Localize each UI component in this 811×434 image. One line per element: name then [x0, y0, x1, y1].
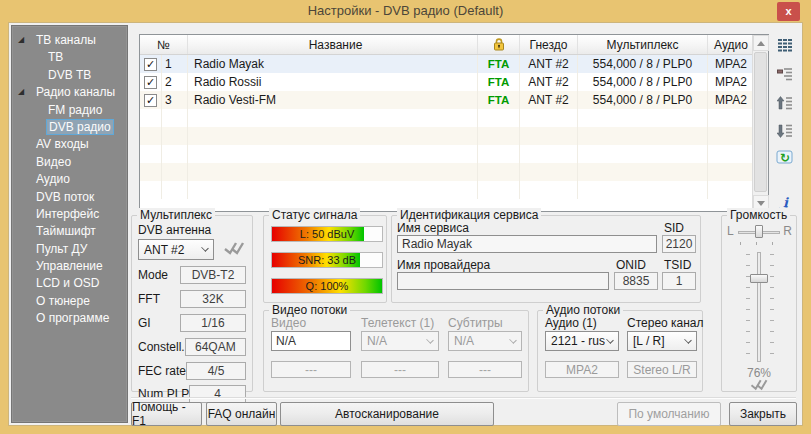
signal-level-bar: L: 50 dBuV: [271, 226, 383, 242]
tree-item-timeshift[interactable]: Таймшифт: [12, 223, 127, 240]
header-multiplex[interactable]: Мультиплекс: [578, 35, 708, 54]
autoscan-button[interactable]: Автосканирование: [280, 402, 494, 426]
channel-table-header: № Название Гнездо Мультиплекс Аудио: [140, 35, 768, 55]
move-up-icon[interactable]: [775, 94, 795, 112]
subtitles-info-field: ---: [448, 361, 522, 378]
channel-access: FTA: [478, 91, 520, 109]
scroll-up-icon[interactable]: [753, 35, 769, 51]
channel-multiplex: 554,000 / 8 / PLP0: [578, 73, 708, 91]
tree-item-interface[interactable]: Интерфейс: [12, 206, 127, 223]
table-scrollbar[interactable]: [752, 35, 768, 211]
footer-divider: [131, 397, 796, 399]
expand-arrow-icon[interactable]: ◢: [18, 88, 24, 96]
tree-item-dvb-stream[interactable]: DVB поток: [12, 189, 127, 206]
move-down-icon[interactable]: [775, 122, 795, 140]
expand-arrow-icon[interactable]: ◢: [18, 36, 24, 44]
dialog-title: Настройки - DVB радио (Default): [308, 3, 504, 18]
volume-ticks-right: [770, 254, 774, 360]
tree-item-about-program[interactable]: О программе: [12, 310, 127, 327]
channel-number: 1: [162, 55, 188, 73]
param-value: DVB-T2: [180, 266, 246, 284]
tree-item-control[interactable]: Управление: [12, 258, 127, 275]
audio-track-select[interactable]: 2121 - rus: [545, 331, 619, 351]
table-row-empty: [140, 181, 768, 199]
apply-antenna-button[interactable]: [222, 239, 246, 261]
channel-name: Radio Rossii: [188, 73, 478, 91]
teletext-select: N/A: [361, 331, 439, 351]
antenna-select[interactable]: ANT #2: [138, 239, 214, 260]
channel-audio: MPA2: [708, 55, 754, 73]
channel-checkbox[interactable]: [144, 94, 157, 107]
tree-item-av-inputs[interactable]: AV входы: [12, 136, 127, 153]
channel-row[interactable]: 2 Radio Rossii FTA ANT #2 554,000 / 8 / …: [140, 73, 768, 91]
header-num[interactable]: №: [140, 35, 188, 54]
param-value: 64QAM: [185, 338, 246, 356]
volume-slider[interactable]: [757, 252, 761, 362]
video-codec-field: ---: [271, 361, 351, 378]
settings-category-tree: ◢ТВ каналы ТВ DVB ТВ ◢Радио каналы FM ра…: [11, 25, 128, 423]
tree-item-fm-radio[interactable]: FM радио: [12, 102, 127, 119]
tree-item-tv-channels[interactable]: ◢ТВ каналы: [12, 32, 127, 49]
chevron-down-icon: [509, 336, 517, 344]
chevron-down-icon: [684, 336, 692, 344]
tree-item-about-tuner[interactable]: О тюнере: [12, 293, 127, 310]
header-encryption[interactable]: [478, 35, 520, 54]
apply-volume-button[interactable]: [748, 377, 770, 396]
double-check-icon: [748, 377, 770, 392]
video-streams-panel: Видео потоки Видео Телетекст (1) Субтитр…: [263, 310, 529, 392]
chevron-down-icon: [426, 336, 434, 344]
title-bar[interactable]: Настройки - DVB радио (Default): [0, 0, 811, 22]
stereo-mode-field: Stereo L/R: [627, 361, 697, 378]
signal-snr-bar: SNR: 33 dB: [271, 252, 383, 268]
deselect-list-icon[interactable]: [775, 65, 795, 83]
faq-button[interactable]: FAQ онлайн: [206, 402, 277, 426]
audio-streams-panel: Аудио потоки Аудио (1) Стерео канал 2121…: [537, 310, 703, 392]
param-label: FEC rate: [138, 364, 186, 378]
provider-field[interactable]: [397, 272, 609, 290]
channel-checkbox[interactable]: [144, 76, 157, 89]
signal-quality-label: Q: 100%: [272, 279, 382, 293]
channel-row[interactable]: 1 Radio Mayak FTA ANT #2 554,000 / 8 / P…: [140, 55, 768, 73]
service-name-field[interactable]: [397, 235, 657, 253]
header-slot[interactable]: Гнездо: [520, 35, 578, 54]
scrollbar-thumb[interactable]: [754, 52, 767, 192]
header-audio[interactable]: Аудио: [708, 35, 754, 54]
tree-item-video[interactable]: Видео: [12, 154, 127, 171]
channel-multiplex: 554,000 / 8 / PLP0: [578, 55, 708, 73]
help-button[interactable]: Помощь - F1: [131, 402, 202, 426]
channel-grid-icon[interactable]: [775, 36, 795, 54]
volume-slider-thumb[interactable]: [750, 274, 768, 283]
panel-title: Мультиплекс: [137, 208, 215, 222]
tree-item-audio[interactable]: Аудио: [12, 171, 127, 188]
close-button[interactable]: Закрыть: [729, 402, 797, 426]
header-name[interactable]: Название: [188, 35, 478, 54]
tree-item-tv[interactable]: ТВ: [12, 49, 127, 66]
channel-toolbar: ↻ i: [772, 34, 798, 212]
channel-row[interactable]: 3 Radio Vesti-FM FTA ANT #2 554,000 / 8 …: [140, 91, 768, 109]
tree-item-dvb-radio[interactable]: DVB радио: [12, 119, 127, 136]
param-label: GI: [138, 316, 151, 330]
stereo-channel-select[interactable]: [L / R]: [627, 331, 697, 351]
video-stream-field[interactable]: [271, 331, 351, 351]
chevron-down-icon: [201, 244, 209, 252]
channel-checkbox[interactable]: [144, 58, 157, 71]
tree-item-radio-channels[interactable]: ◢Радио каналы: [12, 84, 127, 101]
subtitles-label: Субтитры: [448, 316, 503, 330]
subtitles-select: N/A: [448, 331, 522, 351]
signal-quality-bar: Q: 100%: [271, 278, 383, 294]
panel-title: Статус сигнала: [269, 208, 360, 222]
audio-codec-field: MPA2: [545, 361, 619, 378]
tree-item-lcd-osd[interactable]: LCD и OSD: [12, 275, 127, 292]
close-window-button[interactable]: x: [777, 2, 800, 21]
panel-title: Громкость: [727, 208, 790, 222]
balance-right-label: R: [783, 224, 792, 238]
balance-slider-thumb[interactable]: [755, 225, 763, 238]
rescan-icon[interactable]: ↻: [775, 148, 795, 166]
tree-item-dvb-tv[interactable]: DVB ТВ: [12, 67, 127, 84]
channel-table: № Название Гнездо Мультиплекс Аудио 1 Ra…: [139, 34, 769, 212]
tree-item-remote[interactable]: Пульт ДУ: [12, 241, 127, 258]
stereo-label: Стерео канал: [627, 316, 704, 330]
table-row-empty: [140, 127, 768, 145]
signal-snr-label: SNR: 33 dB: [272, 253, 382, 267]
channel-name: Radio Vesti-FM: [188, 91, 478, 109]
